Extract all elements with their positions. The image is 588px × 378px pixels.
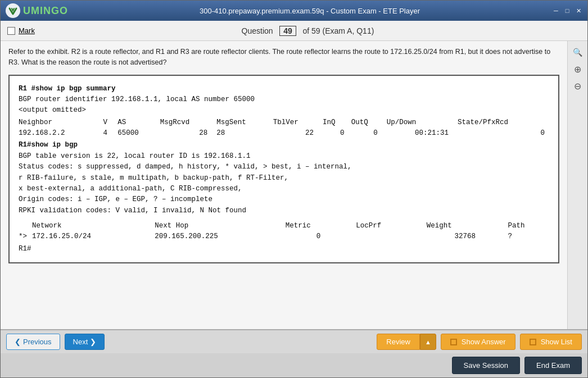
close-button[interactable]: ✕ [574, 7, 583, 15]
exhibit-lastline: R1# [19, 244, 549, 254]
zoom-in-icon[interactable]: ⊕ [571, 62, 585, 76]
col-inq: InQ [323, 117, 351, 128]
question-total: of 59 (Exam A, Q11) [303, 26, 374, 35]
show-list-icon [530, 339, 536, 345]
cell-flag: *> [19, 231, 32, 242]
cell-weight: 32768 [427, 231, 508, 242]
save-session-button[interactable]: Save Session [452, 357, 521, 374]
vumingo-logo-icon [5, 3, 21, 19]
exhibit-line8: x best-external, a additional-path, C RI… [19, 184, 549, 194]
review-group: Review ▲ [377, 334, 436, 350]
prev-arrow-icon: ❮ [15, 338, 21, 346]
logo-text: UMINGO [23, 5, 68, 17]
col-as: AS [117, 117, 160, 128]
minimize-button[interactable]: ─ [551, 7, 560, 15]
col-v: V [103, 117, 117, 128]
cell-inq: 0 [323, 128, 351, 139]
exhibit-line9: Origin codes: i – IGP, e – EGP, ? – inco… [19, 194, 549, 205]
title-bar-left: UMINGO [5, 3, 68, 19]
bgp-table-header: Neighbor V AS MsgRcvd MsgSent TblVer InQ… [19, 117, 549, 128]
next-button[interactable]: Next ❯ [65, 334, 105, 350]
col-nexthop: Next Hop [155, 221, 286, 231]
col-msgrcvd: MsgRcvd [160, 117, 217, 128]
cell-path: ? [508, 231, 549, 242]
bottom-bar-row1: ❮ Previous Next ❯ Review ▲ Show Answer [1, 330, 587, 353]
right-sidebar: 🔍 ⊕ ⊖ [567, 41, 587, 329]
exhibit-line7: r RIB-failure, s stale, m multipath, b b… [19, 173, 549, 184]
show-answer-icon [450, 339, 457, 345]
cell-tblver: 22 [273, 128, 323, 139]
cell-locprf [356, 231, 426, 242]
zoom-out-icon[interactable]: ⊖ [571, 79, 585, 93]
col-metric: Metric [286, 221, 356, 231]
col-network: Network [32, 221, 155, 231]
cell-neighbor: 192.168.2.2 [19, 128, 103, 139]
bgp-summary-table: Neighbor V AS MsgRcvd MsgSent TblVer InQ… [19, 117, 549, 139]
route-table: Network Next Hop Metric LocPrf Weight Pa… [19, 221, 549, 243]
title-bar: UMINGO 300-410.prepaway.premium.exam.59q… [1, 1, 587, 21]
main-content: Refer to the exhibit. R2 is a route refl… [1, 41, 567, 329]
cell-as: 65000 [117, 128, 160, 139]
question-label: Question [242, 26, 273, 35]
maximize-button[interactable]: □ [563, 7, 572, 15]
review-dropdown-button[interactable]: ▲ [420, 334, 436, 350]
content-area: Refer to the exhibit. R2 is a route refl… [1, 41, 587, 329]
search-icon[interactable]: 🔍 [571, 45, 585, 59]
cell-nexthop: 209.165.200.225 [155, 231, 286, 242]
window-controls: ─ □ ✕ [551, 7, 583, 15]
exhibit-line2: BGP router identifier 192.168.1.1, local… [19, 94, 549, 105]
cell-network: 172.16.25.0/24 [32, 231, 155, 242]
bottom-bar: ❮ Previous Next ❯ Review ▲ Show Answer [1, 329, 587, 377]
cell-outq: 0 [351, 128, 387, 139]
question-info: Question 49 of 59 (Exam A, Q11) [35, 26, 581, 35]
exhibit-line4: R1#show ip bgp [19, 140, 549, 151]
end-exam-button[interactable]: End Exam [524, 357, 582, 374]
mark-checkbox[interactable]: Mark [7, 26, 35, 35]
col-msgsent: MsgSent [216, 117, 273, 128]
cell-v: 4 [103, 128, 117, 139]
col-weight: Weight [427, 221, 508, 231]
col-neighbor: Neighbor [19, 117, 103, 128]
show-answer-button[interactable]: Show Answer [441, 334, 515, 350]
cell-msgrcvd: 28 [160, 128, 217, 139]
show-list-button[interactable]: Show List [520, 334, 582, 350]
review-button[interactable]: Review [377, 334, 420, 350]
toolbar: Mark Question 49 of 59 (Exam A, Q11) [1, 21, 587, 41]
col-tblver: TblVer [273, 117, 323, 128]
col-statepfxrcd: State/PfxRcd [458, 117, 549, 128]
route-table-row: *> 172.16.25.0/24 209.165.200.225 0 3276… [19, 231, 549, 242]
exhibit-box: R1 #show ip bgp summary BGP router ident… [8, 75, 559, 264]
logo: UMINGO [5, 3, 68, 19]
cell-metric: 0 [286, 231, 356, 242]
exhibit-line1: R1 #show ip bgp summary [19, 84, 549, 94]
exhibit-line10: RPKI validation codes: V valid, I invali… [19, 206, 549, 216]
window-title: 300-410.prepaway.premium.exam.59q - Cust… [200, 7, 420, 15]
col-path: Path [508, 221, 549, 231]
next-arrow-icon: ❯ [90, 338, 96, 346]
exhibit-line6: Status codes: s suppressed, d damped, h … [19, 162, 549, 172]
col-updown: Up/Down [387, 117, 458, 128]
bgp-table-row: 192.168.2.2 4 65000 28 28 22 0 0 00:21:3… [19, 128, 549, 139]
question-number: 49 [279, 26, 296, 36]
cell-state: 0 [458, 128, 549, 139]
col-locprf: LocPrf [356, 221, 426, 231]
previous-button[interactable]: ❮ Previous [6, 334, 60, 350]
route-table-header: Network Next Hop Metric LocPrf Weight Pa… [19, 221, 549, 231]
question-text: Refer to the exhibit. R2 is a route refl… [8, 47, 559, 68]
col-outq: OutQ [351, 117, 387, 128]
exhibit-line3: <output omitted> [19, 105, 549, 116]
mark-checkbox-box[interactable] [7, 27, 15, 35]
app-window: UMINGO 300-410.prepaway.premium.exam.59q… [0, 0, 588, 378]
cell-updown: 00:21:31 [387, 128, 458, 139]
bottom-bar-row2: Save Session End Exam [1, 353, 587, 377]
mark-label[interactable]: Mark [19, 26, 35, 35]
cell-msgsent: 28 [216, 128, 273, 139]
exhibit-line5: BGP table version is 22, local router ID… [19, 151, 549, 162]
